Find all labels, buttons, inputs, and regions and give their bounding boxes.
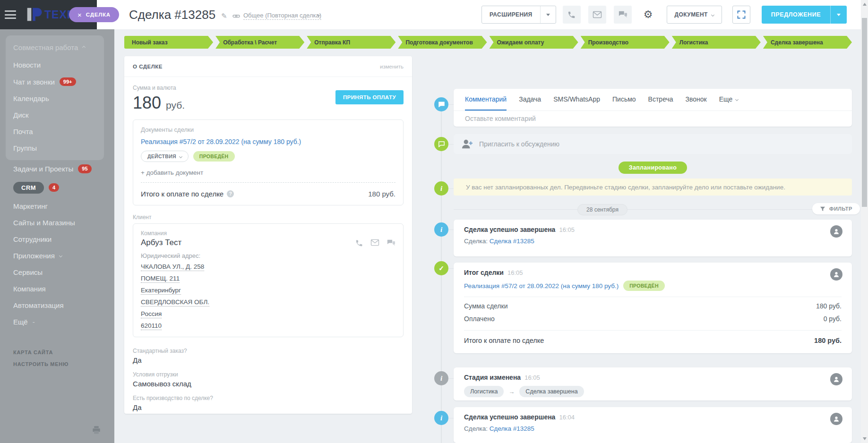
sidebar-item-news[interactable]: Новости — [6, 57, 104, 73]
deal-tab-pill[interactable]: × СДЕЛКА — [69, 7, 119, 22]
scroll-down-arrow[interactable] — [863, 437, 867, 440]
field-standard-order: Стандартный заказ? Да — [133, 348, 404, 364]
stage-processing[interactable]: Обработка \ Расчет — [215, 36, 304, 49]
phone-icon[interactable] — [355, 239, 363, 247]
realization-document-link[interactable]: Реализация #57/2 от 28.09.2022 (на сумму… — [464, 282, 619, 290]
avatar[interactable] — [830, 268, 842, 281]
avatar[interactable] — [830, 413, 842, 425]
sidebar-item-apps[interactable]: Приложения — [0, 247, 114, 264]
invite-to-discussion[interactable]: Пригласить к обсуждению — [454, 134, 852, 154]
extensions-dropdown-caret[interactable] — [540, 6, 556, 23]
info-icon: i — [434, 181, 448, 196]
extensions-button[interactable]: РАСШИРЕНИЯ — [481, 6, 556, 24]
address-line[interactable]: ПОМЕЩ. 211 — [141, 275, 180, 283]
realization-document-link[interactable]: Реализация #57/2 от 28.09.2022 (на сумму… — [141, 138, 301, 145]
envelope-icon[interactable] — [370, 239, 379, 246]
stage-completed[interactable]: Сделка завершена — [763, 36, 852, 49]
section-title: О СДЕЛКЕ — [133, 64, 163, 69]
edit-title-pencil-icon[interactable]: ✎ — [221, 12, 227, 20]
address-line[interactable]: ЧКАЛОВА УЛ., Д. 258 — [141, 263, 204, 271]
sidebar-item-marketing[interactable]: Маркетинг — [0, 198, 114, 214]
sidebar-item-tasks[interactable]: Задачи и Проекты 95 — [0, 160, 114, 177]
sidebar-item-chat[interactable]: Чат и звонки 99+ — [6, 73, 104, 90]
field-has-production: Есть производство по сделке? Да — [133, 395, 404, 411]
document-status-badge: ПРОВЕДЁН — [623, 281, 665, 291]
accept-payment-button[interactable]: ПРИНЯТЬ ОПЛАТУ — [335, 90, 404, 104]
address-line[interactable]: Россия — [141, 310, 162, 318]
client-section-label: Клиент — [133, 214, 404, 221]
tab-meeting[interactable]: Встреча — [648, 89, 673, 111]
deal-currency: руб. — [166, 100, 185, 111]
proposal-dropdown-caret[interactable] — [830, 6, 847, 24]
stage-production[interactable]: Производство — [581, 36, 670, 49]
chevron-down-icon — [59, 254, 62, 257]
scroll-up-arrow[interactable] — [863, 3, 867, 6]
scrollbar-thumb[interactable] — [862, 18, 867, 207]
configure-menu-link[interactable]: НАСТРОИТЬ МЕНЮ — [0, 355, 114, 367]
sidebar: Совместная работа Новости Чат и звонки 9… — [0, 29, 114, 443]
sidebar-item-sites[interactable]: Сайты и Магазины — [0, 214, 114, 231]
page-title: Сделка #13285 — [129, 8, 215, 22]
sidebar-item-disk[interactable]: Диск — [6, 107, 104, 123]
document-button[interactable]: ДОКУМЕНТ — [667, 6, 722, 24]
avatar[interactable] — [830, 373, 842, 385]
company-contact-icons — [355, 239, 395, 247]
sidebar-item-more[interactable]: Ещё - — [0, 314, 114, 330]
call-button[interactable] — [563, 6, 581, 24]
menu-hamburger-icon[interactable] — [5, 10, 16, 19]
chat-bubbles-icon[interactable] — [387, 239, 395, 247]
help-icon[interactable]: ? — [227, 190, 234, 197]
funnel-icon — [820, 206, 825, 212]
tab-letter[interactable]: Письмо — [612, 89, 636, 111]
extensions-button-label: РАСШИРЕНИЯ — [482, 11, 540, 18]
invite-placeholder: Пригласить к обсуждению — [479, 140, 559, 148]
sidebar-item-crm[interactable]: CRM 4 — [0, 178, 114, 198]
sidebar-item-calendar[interactable]: Календарь — [6, 90, 104, 107]
sidebar-item-groups[interactable]: Группы — [6, 140, 104, 156]
stage-logistics[interactable]: Логистика — [672, 36, 761, 49]
chat-button[interactable] — [614, 6, 632, 24]
sidebar-item-services[interactable]: Сервисы — [0, 264, 114, 281]
company-label: Компания — [141, 230, 395, 237]
fullscreen-button[interactable] — [732, 6, 750, 24]
document-actions-button[interactable]: ДЕЙСТВИЯ — [141, 151, 189, 162]
filter-button[interactable]: ФИЛЬТР — [812, 203, 860, 214]
stage-documents[interactable]: Подготовка документов — [398, 36, 487, 49]
sidebar-item-employees[interactable]: Сотрудники — [0, 231, 114, 247]
sidebar-group-header[interactable]: Совместная работа — [6, 38, 104, 57]
comment-input[interactable] — [454, 111, 822, 126]
expand-icon — [737, 10, 746, 19]
edit-deal-link[interactable]: изменить — [380, 64, 404, 69]
person-icon — [833, 271, 840, 278]
deal-link[interactable]: Сделка #13285 — [490, 238, 534, 245]
add-document-link[interactable]: + добавить документ — [141, 169, 395, 176]
proposal-button-label: ПРЕДЛОЖЕНИЕ — [762, 11, 830, 18]
settings-button[interactable]: ⚙ — [639, 6, 657, 24]
tab-more[interactable]: Еще — [719, 89, 739, 111]
envelope-icon — [593, 11, 602, 18]
sidebar-item-company[interactable]: Компания — [0, 281, 114, 297]
address-line[interactable]: Екатеринбург — [141, 287, 181, 295]
sidebar-item-mail[interactable]: Почта — [6, 123, 104, 140]
stage-awaiting-payment[interactable]: Ожидаем оплату — [490, 36, 578, 49]
app-logo[interactable]: ТЕХР — [25, 6, 75, 24]
address-line[interactable]: 620110 — [141, 322, 162, 330]
printer-icon[interactable] — [92, 426, 101, 434]
proposal-button[interactable]: ПРЕДЛОЖЕНИЕ — [762, 6, 847, 24]
tab-task[interactable]: Задача — [519, 89, 541, 111]
tab-call[interactable]: Звонок — [686, 89, 707, 111]
avatar[interactable] — [830, 225, 842, 238]
tab-sms-whatsapp[interactable]: SMS/WhatsApp — [553, 89, 600, 111]
deal-category-selector[interactable]: Общее (Повторная сделка) — [243, 12, 321, 20]
close-icon[interactable]: × — [77, 11, 82, 18]
stage-new-order[interactable]: Новый заказ — [124, 36, 213, 49]
deal-link[interactable]: Сделка #13285 — [490, 425, 534, 432]
tab-comment[interactable]: Комментарий — [465, 89, 507, 111]
email-button[interactable] — [588, 6, 606, 24]
sitemap-link[interactable]: КАРТА САЙТА — [0, 343, 114, 355]
address-line[interactable]: СВЕРДЛОВСКАЯ ОБЛ. — [141, 298, 209, 307]
vertical-scrollbar[interactable] — [861, 0, 868, 443]
sidebar-item-automation[interactable]: Автоматизация — [0, 297, 114, 314]
crm-counter-badge: 4 — [49, 183, 59, 192]
stage-send-offer[interactable]: Отправка КП — [307, 36, 395, 49]
